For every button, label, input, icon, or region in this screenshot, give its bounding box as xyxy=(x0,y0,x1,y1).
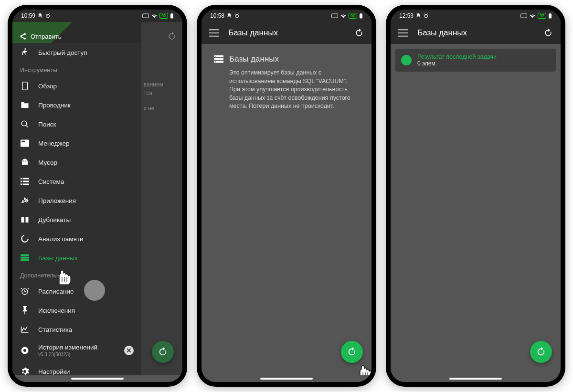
battery-indicator: 90 xyxy=(349,13,357,19)
drawer-item-settings[interactable]: Настройки xyxy=(12,362,141,375)
vowifi-icon xyxy=(520,13,527,18)
svg-rect-9 xyxy=(26,217,29,222)
vowifi-icon xyxy=(331,13,338,18)
circle-progress-icon xyxy=(20,234,30,244)
wifi-icon xyxy=(340,13,347,19)
svg-rect-3 xyxy=(171,13,172,14)
list-icon xyxy=(20,177,30,186)
vowifi-icon xyxy=(142,13,149,18)
svg-point-25 xyxy=(215,59,216,60)
ghost-icon xyxy=(20,158,30,167)
settings-icon xyxy=(20,367,30,375)
chart-icon xyxy=(20,325,30,334)
result-title: Результат последней задачи xyxy=(417,53,497,60)
status-bar: 10:59 90 xyxy=(12,10,182,22)
box-icon xyxy=(20,138,30,148)
menu-icon[interactable] xyxy=(398,29,408,37)
last-task-result[interactable]: Результат последней задачи 0 элем. xyxy=(395,49,556,72)
alarm-clock-icon xyxy=(20,286,30,296)
drawer-item-apps[interactable]: Приложения xyxy=(12,191,141,210)
svg-rect-19 xyxy=(360,14,362,19)
drawer-item-changelog[interactable]: История изменений v5.3.23(50323) ✕ xyxy=(12,339,141,362)
section-extra-label: Дополнительно xyxy=(12,267,141,282)
phone-frame-1: 10:59 90 xyxy=(8,5,187,387)
status-time: 10:59 xyxy=(21,12,35,19)
phone-screen-1: 10:59 90 xyxy=(12,10,182,382)
refresh-button[interactable] xyxy=(354,28,364,38)
svg-rect-7 xyxy=(21,141,25,142)
drawer-item-databases[interactable]: Базы данных xyxy=(12,248,141,267)
drawer-item-memory[interactable]: Анализ памяти xyxy=(12,229,141,248)
svg-point-16 xyxy=(23,349,26,352)
close-x-icon[interactable]: ✕ xyxy=(124,346,134,355)
page-title: Базы данных xyxy=(417,28,534,38)
battery-icon xyxy=(548,13,552,19)
battery-icon xyxy=(170,13,174,19)
result-subtitle: 0 элем. xyxy=(417,60,497,67)
svg-rect-4 xyxy=(22,82,28,90)
refresh-icon xyxy=(347,347,357,357)
card-title: Базы данных xyxy=(229,54,279,64)
drawer-item-quick-access[interactable]: Быстрый доступ xyxy=(12,43,141,62)
phone-frame-3: 12:53 97 Базы данных Результат последней… xyxy=(386,5,565,387)
drawer-item-trash[interactable]: Мусор xyxy=(12,153,141,172)
drawer-header: Отправить xyxy=(12,22,141,43)
fab-refresh[interactable] xyxy=(341,341,363,363)
pin-icon xyxy=(20,306,30,315)
refresh-icon xyxy=(536,347,546,357)
content-area: Базы данных Это оптимизирует базы данных… xyxy=(202,44,371,375)
database-icon xyxy=(20,253,30,263)
navigation-drawer[interactable]: Отправить Быстрый доступ Инструменты Обз… xyxy=(12,22,141,375)
svg-rect-28 xyxy=(521,14,527,18)
drawer-item-stats[interactable]: Статистика xyxy=(12,320,141,339)
drawer-item-exclusions[interactable]: Исключения xyxy=(12,301,141,320)
svg-rect-29 xyxy=(549,14,552,19)
drawer-item-duplicates[interactable]: Дубликаты xyxy=(12,210,141,229)
svg-rect-2 xyxy=(170,14,173,19)
drawer-item-explorer[interactable]: Проводник xyxy=(12,95,141,115)
svg-rect-1 xyxy=(143,14,149,18)
status-bar: 12:53 97 xyxy=(391,10,561,22)
mute-icon xyxy=(415,13,421,19)
svg-point-24 xyxy=(215,56,216,57)
drawer-item-manager[interactable]: Менеджер xyxy=(12,134,141,153)
database-icon xyxy=(214,54,223,64)
drawer-scrim[interactable] xyxy=(141,22,182,375)
mute-icon xyxy=(226,13,232,19)
drawer-item-schedule[interactable]: Расписание xyxy=(12,282,141,301)
battery-icon xyxy=(359,13,363,19)
nav-bar[interactable] xyxy=(12,375,182,382)
section-tools-label: Инструменты xyxy=(12,62,141,76)
status-dot-icon xyxy=(401,55,412,65)
share-button[interactable]: Отправить xyxy=(19,32,61,40)
nav-bar[interactable] xyxy=(391,375,561,382)
drawer-item-search[interactable]: Поиск xyxy=(12,115,141,134)
svg-rect-20 xyxy=(361,13,361,14)
status-time: 12:53 xyxy=(399,12,414,19)
fab-refresh[interactable] xyxy=(530,341,552,363)
svg-point-26 xyxy=(215,62,216,63)
phone-frame-2: 10:58 90 Базы данных Базы данных xyxy=(197,5,376,387)
menu-icon[interactable] xyxy=(209,29,219,37)
svg-rect-8 xyxy=(21,217,24,222)
battery-indicator: 90 xyxy=(159,13,168,19)
duplicates-icon xyxy=(20,215,30,224)
folder-icon xyxy=(20,100,30,110)
drawer-overlay: Отправить Быстрый доступ Инструменты Обз… xyxy=(12,22,182,375)
page-title: Базы данных xyxy=(228,28,345,38)
drawer-item-system[interactable]: Система xyxy=(12,172,141,191)
nav-bar[interactable] xyxy=(202,375,371,382)
refresh-button[interactable] xyxy=(543,28,553,38)
alarm-icon xyxy=(423,13,429,19)
cursor-pointer-icon xyxy=(355,360,371,375)
avatar xyxy=(84,280,105,301)
status-bar: 10:58 90 xyxy=(202,10,371,22)
drawer-item-overview[interactable]: Обзор xyxy=(12,76,141,95)
device-icon xyxy=(20,81,30,91)
svg-rect-13 xyxy=(21,259,29,261)
phone-screen-3: 12:53 97 Базы данных Результат последней… xyxy=(391,10,561,382)
fab-refresh[interactable] xyxy=(152,341,174,363)
run-icon xyxy=(20,48,30,57)
svg-rect-30 xyxy=(550,13,551,14)
wifi-icon xyxy=(529,13,536,19)
